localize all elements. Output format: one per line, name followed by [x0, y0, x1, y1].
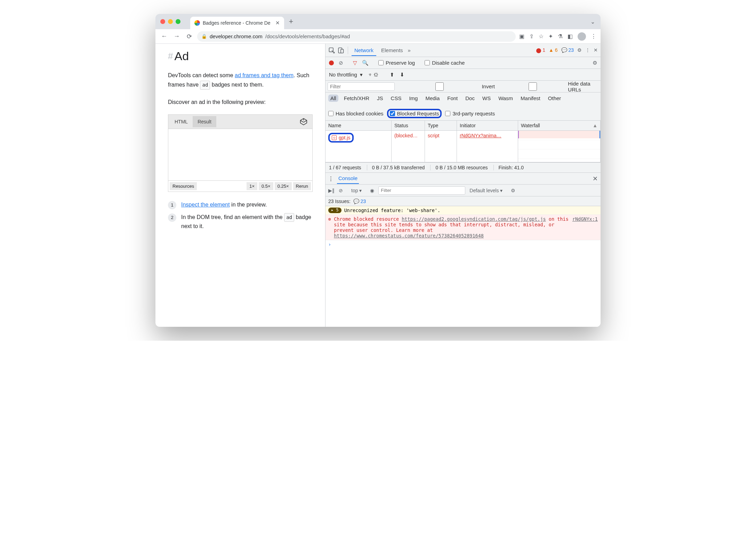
has-blocked-cookies-checkbox[interactable]: Has blocked cookies — [328, 111, 384, 116]
preview-iframe[interactable] — [168, 129, 312, 181]
type-img[interactable]: Img — [407, 95, 420, 102]
message-count[interactable]: 💬 23 — [561, 47, 574, 53]
preview-resources-button[interactable]: Resources — [170, 182, 197, 190]
type-all[interactable]: All — [328, 95, 338, 102]
close-tab-icon[interactable]: ✕ — [275, 20, 280, 26]
traffic-light-minimize[interactable] — [168, 19, 173, 24]
clear-icon[interactable]: ⊘ — [339, 60, 343, 66]
network-conditions-icon[interactable]: ᯤ⚙ — [368, 72, 379, 78]
back-button[interactable]: ← — [160, 33, 169, 40]
type-other[interactable]: Other — [546, 95, 563, 102]
preview-rerun-button[interactable]: Rerun — [293, 182, 311, 190]
inspect-element-icon[interactable] — [328, 47, 335, 54]
labs-icon[interactable]: ⚗ — [558, 33, 563, 40]
tab-title: Badges reference - Chrome De — [203, 20, 271, 26]
blocked-requests-checkbox[interactable]: Blocked Requests — [387, 109, 442, 118]
blocked-request-icon: ⦸ — [332, 135, 337, 140]
search-icon[interactable]: 🔍 — [362, 60, 369, 66]
col-status[interactable]: Status — [392, 121, 425, 130]
share-icon[interactable]: ⇪ — [529, 33, 534, 40]
log-levels-select[interactable]: Default levels ▾ — [469, 188, 502, 193]
preview-tab-result[interactable]: Result — [193, 116, 216, 127]
device-mode-icon[interactable] — [337, 47, 344, 54]
record-button[interactable] — [329, 60, 334, 65]
network-request-table: Name Status Type Initiator Waterfall ▲ ⦸… — [325, 121, 601, 162]
live-expression-icon[interactable]: ◉ — [370, 188, 374, 193]
col-initiator[interactable]: Initiator — [457, 121, 518, 130]
type-css[interactable]: CSS — [389, 95, 404, 102]
warning-count[interactable]: ▲ 6 — [549, 47, 558, 53]
preview-tab-html[interactable]: HTML — [170, 116, 193, 127]
preserve-log-checkbox[interactable]: Preserve log — [378, 60, 415, 66]
browser-tab[interactable]: Badges reference - Chrome De ✕ — [190, 17, 284, 29]
throttling-select[interactable]: No throttling ▾ — [329, 72, 363, 78]
inspect-element-link[interactable]: Inspect the element — [181, 202, 230, 208]
context-select[interactable]: top ▾ — [351, 188, 362, 193]
traffic-light-close[interactable] — [160, 19, 165, 24]
clear-console-icon[interactable]: ⊘ — [339, 188, 343, 193]
type-js[interactable]: JS — [375, 95, 385, 102]
traffic-light-zoom[interactable] — [176, 19, 180, 24]
sidepanel-icon[interactable]: ◧ — [568, 33, 573, 40]
download-har-icon[interactable]: ⬇ — [400, 72, 404, 78]
network-settings-icon[interactable]: ⚙ — [593, 60, 597, 66]
console-warning-row[interactable]: ▸ 5 Unrecognized feature: 'web-share'. — [325, 206, 601, 215]
tab-network[interactable]: Network — [352, 44, 376, 56]
close-devtools-icon[interactable]: ✕ — [594, 47, 598, 53]
codepen-logo-icon[interactable] — [300, 118, 307, 126]
console-settings-icon[interactable]: ⚙ — [511, 188, 515, 193]
type-fetch[interactable]: Fetch/XHR — [342, 95, 371, 102]
extensions-icon[interactable]: ✦ — [548, 33, 553, 40]
invert-checkbox[interactable]: Invert — [400, 82, 495, 91]
console-sidebar-icon[interactable]: ▶‖ — [328, 188, 335, 193]
issues-count[interactable]: 💬 23 — [353, 199, 366, 204]
drawer-tab-console[interactable]: Console — [337, 173, 359, 184]
type-wasm[interactable]: Wasm — [496, 95, 515, 102]
url-path: /docs/devtools/elements/badges/#ad — [265, 33, 350, 39]
ad-frames-link[interactable]: ad frames and tag them — [235, 72, 293, 78]
col-waterfall[interactable]: Waterfall ▲ — [518, 121, 601, 130]
bookmark-icon[interactable]: ☆ — [539, 33, 544, 40]
col-name[interactable]: Name — [325, 121, 392, 130]
new-tab-button[interactable]: + — [289, 17, 293, 26]
console-filter-input[interactable] — [378, 186, 465, 195]
more-tabs-icon[interactable]: » — [408, 47, 411, 53]
network-filter-input[interactable] — [328, 82, 395, 91]
type-media[interactable]: Media — [423, 95, 442, 102]
close-drawer-icon[interactable]: ✕ — [593, 175, 598, 183]
preview-scale-025x[interactable]: 0.25× — [275, 182, 292, 190]
chrome-menu-icon[interactable]: ⋮ — [591, 33, 596, 40]
warning-repeat-badge: ▸ 5 — [328, 208, 341, 213]
preview-scale-05x[interactable]: 0.5× — [259, 182, 273, 190]
console-error-row[interactable]: ⊗ Chrome blocked resource https://pagead… — [325, 215, 601, 240]
error-count[interactable]: 1 — [536, 47, 545, 53]
error-source-link[interactable]: rNdGNYx:1 — [572, 216, 598, 238]
address-bar[interactable]: 🔒 developer.chrome.com/docs/devtools/ele… — [197, 31, 516, 42]
tab-elements[interactable]: Elements — [378, 44, 406, 56]
reload-button[interactable]: ⟳ — [185, 33, 194, 40]
hide-data-urls-checkbox[interactable]: Hide data URLs — [500, 81, 598, 92]
filter-funnel-icon[interactable]: ▽ — [353, 60, 357, 66]
col-type[interactable]: Type — [425, 121, 457, 130]
codepen-preview: HTML Result Resources 1× 0.5× 0.25× Reru… — [168, 114, 313, 192]
console-prompt[interactable]: › — [325, 240, 601, 249]
type-ws[interactable]: WS — [480, 95, 493, 102]
svg-rect-6 — [341, 49, 344, 53]
preview-scale-1x[interactable]: 1× — [247, 182, 257, 190]
type-font[interactable]: Font — [445, 95, 460, 102]
profile-avatar[interactable] — [578, 32, 586, 41]
type-doc[interactable]: Doc — [463, 95, 477, 102]
settings-gear-icon[interactable]: ⚙ — [577, 47, 582, 53]
kebab-menu-icon[interactable]: ⋮ — [585, 47, 590, 53]
page-heading: #Ad — [168, 49, 313, 63]
table-row[interactable]: ⦸gpt.js (blocked… script rNdGNYx?anima… — [325, 131, 601, 162]
upload-har-icon[interactable]: ⬆ — [390, 72, 394, 78]
translate-icon[interactable]: ▣ — [519, 33, 524, 40]
forward-button[interactable]: → — [172, 33, 181, 40]
anchor-hash-icon[interactable]: # — [168, 51, 173, 62]
drawer-menu-icon[interactable]: ⋮ — [328, 176, 333, 182]
tabs-overflow-icon[interactable]: ⌄ — [590, 18, 595, 25]
disable-cache-checkbox[interactable]: Disable cache — [425, 60, 465, 66]
third-party-checkbox[interactable]: 3rd-party requests — [445, 111, 495, 116]
type-manifest[interactable]: Manifest — [518, 95, 542, 102]
